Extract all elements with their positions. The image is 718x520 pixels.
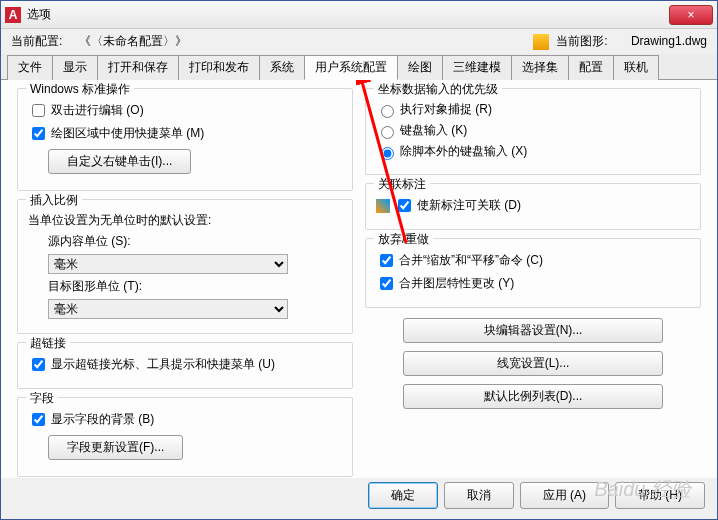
tab-2[interactable]: 打开和保存 [97,55,179,80]
coord-except-script-radio[interactable] [381,147,394,160]
group-title: 坐标数据输入的优先级 [374,81,502,98]
help-button[interactable]: 帮助 (H) [615,482,705,509]
group-title: 超链接 [26,335,70,352]
tab-0[interactable]: 文件 [7,55,53,80]
config-info-row: 当前配置: 《〈未命名配置〉》 当前图形: Drawing1.dwg [1,29,717,54]
group-coord-priority: 坐标数据输入的优先级 执行对象捕捉 (R) 键盘输入 (K) 除脚本外的键盘输入… [365,88,701,175]
coord-keyboard-radio[interactable] [381,126,394,139]
field-update-button[interactable]: 字段更新设置(F)... [48,435,183,460]
current-drawing-value: Drawing1.dwg [631,34,707,48]
default-scale-list-button[interactable]: 默认比例列表(D)... [403,384,663,409]
customize-rightclick-button[interactable]: 自定义右键单击(I)... [48,149,191,174]
src-unit-select[interactable]: 毫米 [48,254,288,274]
group-undo-redo: 放弃/重做 合并“缩放”和“平移”命令 (C) 合并图层特性更改 (Y) [365,238,701,308]
dblclick-edit-checkbox[interactable] [32,104,45,117]
tab-strip: 文件显示打开和保存打印和发布系统用户系统配置绘图三维建模选择集配置联机 [1,54,717,80]
window-title: 选项 [27,6,669,23]
current-config-label: 当前配置: [11,34,62,48]
tab-4[interactable]: 系统 [259,55,305,80]
combine-layer-label: 合并图层特性更改 (Y) [399,275,514,292]
group-windows-std: Windows 标准操作 双击进行编辑 (O) 绘图区域中使用快捷菜单 (M) … [17,88,353,191]
app-icon: A [5,7,21,23]
current-drawing-label: 当前图形: [556,34,607,48]
tab-8[interactable]: 选择集 [511,55,569,80]
assoc-dim-checkbox[interactable] [398,199,411,212]
current-config-value: 《〈未命名配置〉》 [79,34,187,48]
group-title: Windows 标准操作 [26,81,134,98]
combine-layer-checkbox[interactable] [380,277,393,290]
left-column: Windows 标准操作 双击进行编辑 (O) 绘图区域中使用快捷菜单 (M) … [11,88,359,470]
cancel-button[interactable]: 取消 [444,482,514,509]
tab-9[interactable]: 配置 [568,55,614,80]
coord-except-script-label: 除脚本外的键盘输入 (X) [400,143,527,160]
tab-5[interactable]: 用户系统配置 [304,55,398,80]
group-field: 字段 显示字段的背景 (B) 字段更新设置(F)... [17,397,353,477]
field-bg-label: 显示字段的背景 (B) [51,411,154,428]
drawing-icon [533,34,549,50]
tab-3[interactable]: 打印和发布 [178,55,260,80]
group-hyperlink: 超链接 显示超链接光标、工具提示和快捷菜单 (U) [17,342,353,389]
combine-zoom-pan-label: 合并“缩放”和“平移”命令 (C) [399,252,543,269]
insert-scale-desc: 当单位设置为无单位时的默认设置: [28,212,211,229]
group-title: 放弃/重做 [374,231,433,248]
tab-6[interactable]: 绘图 [397,55,443,80]
hyperlink-show-label: 显示超链接光标、工具提示和快捷菜单 (U) [51,356,275,373]
src-unit-label: 源内容单位 (S): [48,233,131,250]
coord-osnap-label: 执行对象捕捉 (R) [400,101,492,118]
tgt-unit-label: 目标图形单位 (T): [48,278,142,295]
tgt-unit-select[interactable]: 毫米 [48,299,288,319]
shortcut-menu-label: 绘图区域中使用快捷菜单 (M) [51,125,204,142]
titlebar: A 选项 × [1,1,717,29]
dim-icon [376,199,390,213]
group-assoc-dim: 关联标注 使新标注可关联 (D) [365,183,701,230]
coord-keyboard-label: 键盘输入 (K) [400,122,467,139]
field-bg-checkbox[interactable] [32,413,45,426]
combine-zoom-pan-checkbox[interactable] [380,254,393,267]
ok-button[interactable]: 确定 [368,482,438,509]
group-title: 关联标注 [374,176,430,193]
tab-content: Windows 标准操作 双击进行编辑 (O) 绘图区域中使用快捷菜单 (M) … [1,80,717,478]
coord-osnap-radio[interactable] [381,105,394,118]
tab-7[interactable]: 三维建模 [442,55,512,80]
shortcut-menu-checkbox[interactable] [32,127,45,140]
group-insert-scale: 插入比例 当单位设置为无单位时的默认设置: 源内容单位 (S): 毫米 目标图形… [17,199,353,334]
dblclick-edit-label: 双击进行编辑 (O) [51,102,144,119]
right-column: 坐标数据输入的优先级 执行对象捕捉 (R) 键盘输入 (K) 除脚本外的键盘输入… [359,88,707,470]
options-dialog: A 选项 × 当前配置: 《〈未命名配置〉》 当前图形: Drawing1.dw… [0,0,718,520]
close-button[interactable]: × [669,5,713,25]
group-title: 插入比例 [26,192,82,209]
dialog-footer: 确定 取消 应用 (A) 帮助 (H) [368,480,705,511]
assoc-dim-label: 使新标注可关联 (D) [417,197,521,214]
hyperlink-show-checkbox[interactable] [32,358,45,371]
tab-10[interactable]: 联机 [613,55,659,80]
group-title: 字段 [26,390,58,407]
tab-1[interactable]: 显示 [52,55,98,80]
lineweight-settings-button[interactable]: 线宽设置(L)... [403,351,663,376]
block-editor-settings-button[interactable]: 块编辑器设置(N)... [403,318,663,343]
apply-button[interactable]: 应用 (A) [520,482,609,509]
